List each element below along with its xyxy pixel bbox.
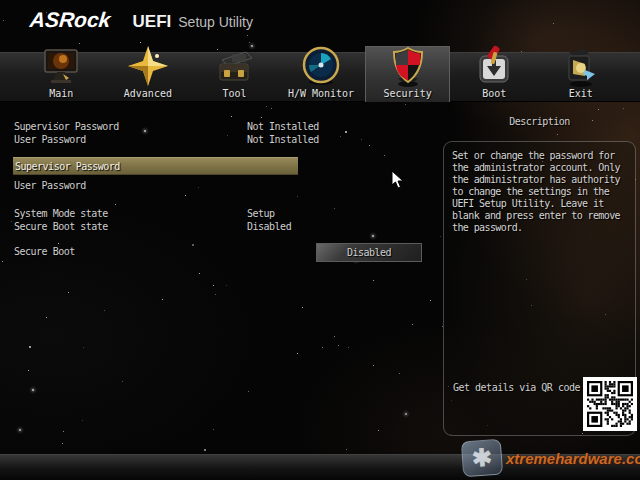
- secure-boot-value: Disabled: [347, 247, 391, 258]
- tab-boot[interactable]: Boot: [451, 40, 538, 102]
- selected-item-label: Supervisor Password: [15, 161, 120, 172]
- row-value: Setup: [247, 208, 275, 219]
- tab-label: Boot: [482, 88, 506, 102]
- row-label: System Mode state: [14, 208, 108, 219]
- boot-switch-icon: [472, 42, 516, 88]
- qr-code: [583, 377, 637, 431]
- description-title: Description: [443, 116, 636, 127]
- row-value: Disabled: [247, 221, 291, 232]
- uefi-title: UEFI: [133, 12, 172, 32]
- secure-boot-dropdown[interactable]: Disabled: [316, 243, 422, 262]
- tab-label: Tool: [222, 88, 246, 102]
- tab-exit[interactable]: Exit: [537, 40, 624, 102]
- tab-hw-monitor[interactable]: H/W Monitor: [278, 40, 365, 102]
- toolbox-icon: [212, 42, 256, 88]
- row-value: Not Installed: [247, 134, 319, 145]
- row-value: Not Installed: [247, 121, 319, 132]
- tab-advanced[interactable]: Advanced: [105, 40, 192, 102]
- header: ASRock UEFI Setup Utility: [30, 8, 253, 34]
- tab-tool[interactable]: Tool: [191, 40, 278, 102]
- footer-bar: [0, 454, 640, 480]
- gauge-icon: [299, 42, 343, 88]
- row-label: Supervisor Password: [14, 121, 119, 132]
- star-icon: [126, 42, 170, 88]
- tab-main[interactable]: Main: [18, 40, 105, 102]
- supervisor-password-item[interactable]: Supervisor Password: [13, 157, 298, 175]
- shield-icon: [386, 42, 430, 88]
- tab-security[interactable]: Security: [364, 40, 451, 102]
- row-label: User Password: [14, 134, 86, 145]
- secure-boot-label: Secure Boot: [14, 246, 75, 257]
- monitor-icon: [39, 42, 83, 88]
- tab-label: H/W Monitor: [288, 88, 354, 102]
- exit-icon: [559, 42, 603, 88]
- tab-label: Main: [49, 88, 73, 102]
- mouse-cursor-icon: [391, 170, 404, 193]
- row-label: Secure Boot state: [14, 221, 108, 232]
- user-password-item[interactable]: User Password: [14, 180, 86, 191]
- tab-label: Exit: [569, 88, 593, 102]
- description-text: Set or change the password for the admin…: [452, 150, 630, 234]
- tab-label: Security: [384, 88, 432, 102]
- tab-label: Advanced: [124, 88, 172, 102]
- qr-caption: Get details via QR code: [453, 382, 580, 393]
- tab-bar: Main Advanced Tool: [18, 40, 624, 102]
- asrock-logo: ASRock: [29, 8, 112, 32]
- setup-utility-subtitle: Setup Utility: [178, 14, 253, 30]
